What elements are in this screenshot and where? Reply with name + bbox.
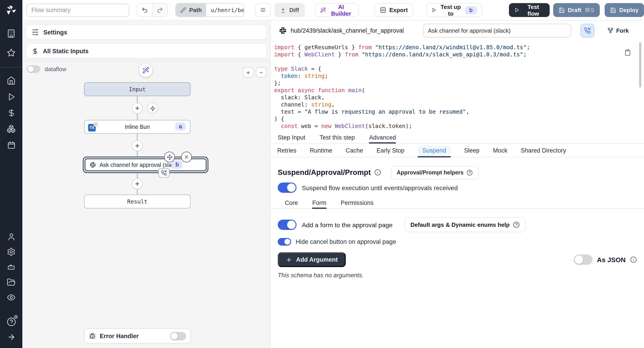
sidebar-item-folders[interactable] <box>3 276 19 288</box>
sidebar-expand-button[interactable] <box>3 331 19 343</box>
tab-core[interactable]: Core <box>285 197 298 208</box>
tab-test-this-step[interactable]: Test this step <box>320 132 355 143</box>
move-step-button[interactable] <box>164 152 175 162</box>
tab-runtime[interactable]: Runtime <box>310 144 332 157</box>
tab-permissions[interactable]: Permissions <box>341 197 374 208</box>
suspend-toggle-row: Suspend flow execution until events/appr… <box>270 182 644 193</box>
sidebar-item-variables[interactable] <box>3 107 19 118</box>
tab-step-input[interactable]: Step Input <box>278 132 305 143</box>
trigger-button[interactable] <box>147 103 158 114</box>
flow-settings-button[interactable]: Settings <box>26 24 267 40</box>
sidebar-item-resources[interactable] <box>3 123 19 135</box>
gear-icon <box>7 247 16 256</box>
tab-sleep[interactable]: Sleep <box>464 144 480 157</box>
node-result[interactable]: Result <box>84 194 190 208</box>
step-title-input[interactable] <box>423 24 571 37</box>
test-flow-button[interactable]: Test flow <box>509 3 550 17</box>
tab-advanced[interactable]: Advanced <box>369 132 396 143</box>
hub-script-path: hub/2439/slack/ask_channel_for_approval <box>291 27 420 34</box>
ai-builder-button[interactable]: AI Builder <box>314 3 358 17</box>
code-scrollbar[interactable] <box>639 42 641 88</box>
error-handler-toggle[interactable] <box>170 332 186 340</box>
wand-sparkles-icon <box>142 67 149 74</box>
approval-prompt-helpers-button[interactable]: Approval/Prompt helpers <box>391 166 479 179</box>
docs-button[interactable] <box>255 3 270 17</box>
slack-icon <box>280 27 286 34</box>
code-lines: import { getResumeUrls } from "https://d… <box>274 44 644 130</box>
code-line: export async function main( <box>274 87 644 94</box>
zoom-out-button[interactable]: − <box>256 67 266 78</box>
sidebar-item-workers[interactable] <box>3 261 19 273</box>
sidebar-item-help[interactable] <box>3 316 19 328</box>
suspend-approval-button[interactable] <box>580 24 594 37</box>
step-header: hub/2439/slack/ask_channel_for_approval … <box>270 20 644 40</box>
diff-button[interactable]: Diff <box>274 3 304 17</box>
code-line: const web = new WebClient(slack.token); <box>274 122 644 130</box>
typescript-bun-icon: TS <box>88 122 97 132</box>
code-line: token: string; <box>274 72 644 80</box>
sidebar-item-home[interactable] <box>3 75 19 86</box>
star-icon <box>7 48 16 57</box>
test-up-to-step-badge: b <box>465 6 476 14</box>
step-id-badge: a <box>175 122 186 130</box>
node-inline-bun[interactable]: TS Inline Bun a <box>84 120 190 134</box>
flow-panel-divider <box>22 61 270 61</box>
undo-button[interactable] <box>137 4 152 16</box>
tab-suspend[interactable]: Suspend <box>418 144 451 157</box>
bug-icon <box>89 332 96 339</box>
sidebar-item-users[interactable] <box>3 231 19 242</box>
redo-button[interactable] <box>152 4 168 16</box>
code-line: slack: Slack, <box>274 94 644 101</box>
flow-summary-input[interactable] <box>26 3 129 17</box>
code-editor[interactable]: import { getResumeUrls } from "https://d… <box>270 40 644 132</box>
windmill-logo-icon[interactable] <box>5 4 17 16</box>
pencil-icon <box>180 7 186 13</box>
approval-form-toggle-label: Add a form to the approval page <box>302 221 392 228</box>
save-draft-button[interactable]: Draft ⌘S <box>553 3 600 17</box>
test-up-to-button[interactable]: Test up to b <box>426 3 482 17</box>
path-label: Path <box>176 4 206 16</box>
sidebar-item-runs[interactable] <box>3 91 19 102</box>
copy-code-button[interactable] <box>624 49 631 56</box>
zoom-in-button[interactable]: + <box>243 67 254 78</box>
add-argument-button[interactable]: Add Argument <box>278 252 346 267</box>
plus-icon <box>134 181 140 187</box>
sidebar-top-group <box>3 28 19 66</box>
delete-step-button[interactable] <box>181 152 192 162</box>
node-input[interactable]: Input <box>84 82 190 96</box>
tab-form[interactable]: Form <box>312 197 326 208</box>
sidebar-middle-group <box>3 75 19 155</box>
approval-form-toggle[interactable] <box>278 220 296 230</box>
all-static-inputs-button[interactable]: All Static Inputs <box>26 44 267 58</box>
tab-cache[interactable]: Cache <box>346 144 363 157</box>
dataflow-toggle[interactable] <box>27 65 40 73</box>
insert-step-button[interactable] <box>132 140 143 151</box>
insert-step-button[interactable] <box>132 178 143 189</box>
hide-cancel-toggle[interactable] <box>278 238 291 246</box>
tab-early-stop[interactable]: Early Stop <box>376 144 404 157</box>
tab-mock[interactable]: Mock <box>493 144 507 157</box>
lightning-icon <box>150 105 156 111</box>
suspend-toggle[interactable] <box>278 182 296 193</box>
sidebar-item-settings[interactable] <box>3 246 19 258</box>
node-label: Inline Bun <box>125 124 150 130</box>
export-button[interactable]: Export <box>374 3 413 17</box>
tab-retries[interactable]: Retries <box>277 144 296 157</box>
tab-shared-directory[interactable]: Shared Directory <box>521 144 566 157</box>
insert-step-button[interactable] <box>132 103 143 114</box>
deploy-button[interactable]: Deploy <box>604 3 644 17</box>
fork-button[interactable]: Fork <box>607 27 629 34</box>
zoom-controls: + − <box>243 67 266 78</box>
sidebar-item-audit-logs[interactable] <box>3 292 19 303</box>
ai-flow-wand-button[interactable] <box>139 64 152 77</box>
as-json-toggle[interactable] <box>574 254 592 265</box>
sidebar-item-workspace[interactable] <box>3 28 19 39</box>
path-group[interactable]: Path u/henri/ben <box>175 3 244 17</box>
node-label: Ask channel for approval (slack) <box>100 162 179 168</box>
sidebar-divider <box>0 67 22 68</box>
sidebar-item-favorites[interactable] <box>3 47 19 58</box>
default-args-help-button[interactable]: Default args & Dynamic enums help <box>404 218 526 232</box>
slack-icon <box>90 162 96 168</box>
sidebar-item-schedules[interactable] <box>3 139 19 151</box>
error-handler-row: Error Handler <box>84 328 191 344</box>
